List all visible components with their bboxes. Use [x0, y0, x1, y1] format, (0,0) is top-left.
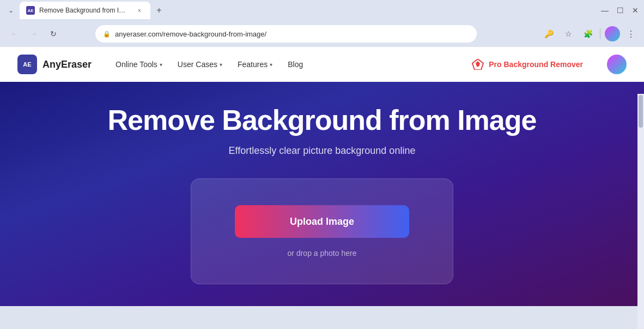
password-icon[interactable]: 🔑	[541, 26, 556, 41]
upload-image-button[interactable]: Upload Image	[235, 205, 409, 238]
user-cases-label: User Cases	[178, 60, 217, 69]
logo[interactable]: AE AnyEraser	[17, 55, 92, 74]
blog-label: Blog	[288, 60, 303, 69]
hero-section: Remove Background from Image Effortlessl…	[0, 82, 644, 306]
nav-pro-button[interactable]: Pro Background Remover	[465, 55, 590, 74]
bookmark-icon[interactable]: ☆	[561, 26, 576, 41]
address-text: anyeraser.com/remove-background-from-ima…	[115, 30, 469, 38]
tab-switcher[interactable]: ⌄	[4, 4, 17, 17]
browser-frame: ⌄ AE Remove Background from Ima... × + —…	[0, 0, 644, 329]
online-tools-chevron: ▾	[160, 62, 162, 68]
title-bar: ⌄ AE Remove Background from Ima... × + —…	[0, 0, 644, 21]
nav-item-online-tools[interactable]: Online Tools ▾	[109, 56, 169, 73]
logo-icon: AE	[17, 55, 37, 74]
hero-title: Remove Background from Image	[108, 104, 537, 136]
features-label: Features	[238, 60, 268, 69]
forward-button[interactable]: →	[26, 26, 41, 41]
nav-item-features[interactable]: Features ▾	[231, 56, 279, 73]
user-cases-chevron: ▾	[220, 62, 222, 68]
address-actions: 🔑 ☆ 🧩 ⋮	[541, 26, 637, 41]
window-controls: — ☐ ✕	[600, 6, 640, 15]
nav-item-user-cases[interactable]: User Cases ▾	[171, 56, 229, 73]
new-tab-button[interactable]: +	[153, 4, 166, 17]
separator	[600, 28, 600, 39]
lock-icon: 🔒	[103, 31, 111, 38]
tab-bar-left: ⌄ AE Remove Background from Ima... × +	[4, 2, 166, 19]
close-button[interactable]: ✕	[631, 6, 640, 15]
tab-close-button[interactable]: ×	[135, 6, 144, 15]
nav-links: Online Tools ▾ User Cases ▾ Features ▾ B…	[109, 55, 590, 74]
profile-button[interactable]	[605, 26, 620, 41]
refresh-button[interactable]: ↻	[46, 26, 61, 41]
pro-icon	[471, 59, 484, 70]
page: AE AnyEraser Online Tools ▾ User Cases ▾…	[0, 47, 644, 306]
address-bar: ← → ↻ 🔒 anyeraser.com/remove-background-…	[0, 21, 644, 47]
maximize-button[interactable]: ☐	[616, 6, 624, 15]
page-wrapper: AE AnyEraser Online Tools ▾ User Cases ▾…	[0, 47, 644, 329]
features-chevron: ▾	[270, 62, 272, 68]
navbar: AE AnyEraser Online Tools ▾ User Cases ▾…	[0, 47, 644, 82]
online-tools-label: Online Tools	[116, 60, 157, 69]
hero-subtitle: Effortlessly clear picture background on…	[229, 145, 416, 157]
scrollbar[interactable]	[637, 94, 644, 329]
active-tab[interactable]: AE Remove Background from Ima... ×	[20, 2, 150, 19]
address-input[interactable]: 🔒 anyeraser.com/remove-background-from-i…	[95, 25, 477, 43]
browser-menu-button[interactable]: ⋮	[624, 27, 637, 41]
minimize-button[interactable]: —	[600, 6, 609, 15]
nav-item-blog[interactable]: Blog	[281, 56, 309, 73]
scrollbar-thumb[interactable]	[639, 95, 643, 128]
drop-text: or drop a photo here	[288, 249, 357, 258]
back-button[interactable]: ←	[7, 26, 22, 41]
extensions-icon[interactable]: 🧩	[580, 26, 596, 41]
tab-favicon: AE	[26, 6, 35, 15]
tab-title: Remove Background from Ima...	[39, 7, 131, 14]
upload-card: Upload Image or drop a photo here	[191, 178, 453, 284]
pro-label: Pro Background Remover	[489, 60, 583, 69]
logo-text: AnyEraser	[42, 59, 92, 70]
nav-avatar[interactable]	[607, 55, 627, 74]
